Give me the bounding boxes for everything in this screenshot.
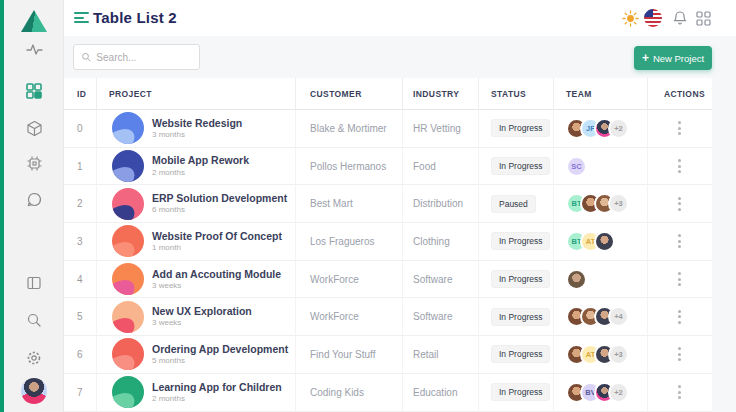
actions-cell (648, 336, 712, 374)
app-logo[interactable] (4, 8, 64, 34)
table-row[interactable]: 3 Website Proof Of Concept 1 month Los F… (64, 223, 712, 261)
notifications-button[interactable] (670, 8, 690, 28)
column-header-team: TEAM (554, 78, 648, 110)
status-cell: Paused (479, 185, 554, 223)
table-row[interactable]: 5 New UX Exploration 3 weeks WorkForce S… (64, 298, 712, 336)
row-actions-menu-icon[interactable] (675, 269, 684, 289)
customer-cell: Best Mart (296, 185, 403, 223)
project-duration: 1 month (152, 243, 282, 253)
team-avatar: SC (566, 156, 587, 177)
activity-icon (26, 41, 43, 58)
sidebar-item-chat[interactable] (4, 189, 64, 209)
team-more-badge: +2 (608, 382, 629, 403)
project-duration: 5 months (152, 356, 288, 366)
search-icon (26, 312, 42, 328)
cpu-icon (26, 155, 43, 172)
team-cell: BV+2 (554, 374, 648, 412)
row-actions-menu-icon[interactable] (675, 156, 684, 176)
table-row[interactable]: 6 Ordering App Development 5 months Find… (64, 336, 712, 374)
table-row[interactable]: 0 Website Redesign 3 months Blake & Mort… (64, 110, 712, 148)
actions-cell (648, 298, 712, 336)
actions-cell (648, 374, 712, 412)
project-icon-shape (112, 202, 137, 220)
new-project-button[interactable]: + New Project (634, 46, 712, 70)
project-cell: Website Redesign 3 months (97, 110, 296, 148)
apps-grid-icon (696, 11, 711, 26)
theme-toggle[interactable] (620, 8, 640, 28)
project-icon (112, 338, 144, 370)
industry-cell: Clothing (403, 223, 479, 261)
table-row[interactable]: 2 ERP Solution Development 6 months Best… (64, 185, 712, 223)
project-icon-shape (112, 164, 137, 182)
search-input[interactable] (96, 52, 192, 63)
team-more-badge: +2 (608, 118, 629, 139)
column-header-id: ID (64, 78, 97, 110)
row-actions-menu-icon[interactable] (675, 382, 684, 402)
team-avatar (594, 231, 615, 252)
apps-menu-button[interactable] (693, 8, 713, 28)
logo-triangle-icon (21, 10, 47, 32)
customer-cell: Coding Kids (296, 374, 403, 412)
project-icon-shape (112, 127, 137, 145)
project-duration: 3 months (152, 130, 242, 140)
team-more-badge: +3 (608, 344, 629, 365)
table-body: 0 Website Redesign 3 months Blake & Mort… (64, 110, 712, 412)
industry-cell: Distribution (403, 185, 479, 223)
row-actions-menu-icon[interactable] (675, 231, 684, 251)
language-selector[interactable] (643, 8, 663, 28)
actions-cell (648, 110, 712, 148)
project-cell: New UX Exploration 3 weeks (97, 298, 296, 336)
row-id: 0 (64, 110, 97, 148)
customer-cell: WorkForce (296, 298, 403, 336)
industry-cell: Food (403, 148, 479, 186)
row-actions-menu-icon[interactable] (675, 344, 684, 364)
menu-toggle-icon[interactable] (74, 12, 90, 24)
status-cell: In Progress (479, 336, 554, 374)
sidebar-item-settings[interactable] (4, 348, 64, 368)
table-row[interactable]: 4 Add an Accouting Module 3 weeks WorkFo… (64, 261, 712, 299)
project-icon (112, 112, 144, 144)
sidebar-item-dashboard[interactable] (4, 81, 64, 101)
status-badge: In Progress (491, 157, 550, 175)
column-header-industry: INDUSTRY (403, 78, 479, 110)
team-more-badge: +4 (608, 306, 629, 327)
project-icon (112, 301, 144, 333)
customer-cell: Pollos Hermanos (296, 148, 403, 186)
project-icon (112, 376, 144, 408)
row-id: 2 (64, 185, 97, 223)
project-duration: 2 months (152, 168, 249, 178)
user-avatar[interactable] (21, 378, 47, 404)
search-icon (81, 51, 91, 63)
row-actions-menu-icon[interactable] (675, 307, 684, 327)
team-cell: BT+3 (554, 185, 648, 223)
project-duration: 3 weeks (152, 281, 281, 291)
project-cell: ERP Solution Development 6 months (97, 185, 296, 223)
row-id: 3 (64, 223, 97, 261)
project-icon (112, 188, 144, 220)
status-cell: In Progress (479, 110, 554, 148)
sidebar-item-packages[interactable] (4, 118, 64, 138)
project-name: Website Redesign (152, 117, 242, 130)
status-cell: In Progress (479, 374, 554, 412)
column-header-status: STATUS (479, 78, 554, 110)
column-header-customer: CUSTOMER (296, 78, 403, 110)
row-actions-menu-icon[interactable] (675, 118, 684, 138)
project-duration: 2 months (152, 394, 282, 404)
sidebar-item-activity[interactable] (4, 39, 64, 59)
table-row[interactable]: 1 Mobile App Rework 2 months Pollos Herm… (64, 148, 712, 186)
project-icon-shape (112, 277, 137, 295)
actions-cell (648, 185, 712, 223)
row-id: 7 (64, 374, 97, 412)
sidebar-item-docs[interactable] (4, 273, 64, 293)
table-row[interactable]: 7 Learning App for Children 2 months Cod… (64, 374, 712, 412)
industry-cell: HR Vetting (403, 110, 479, 148)
sidebar-item-search[interactable] (4, 310, 64, 330)
settings-gear-icon (26, 350, 42, 366)
table-header: ID PROJECT CUSTOMER INDUSTRY STATUS TEAM… (64, 78, 712, 110)
row-actions-menu-icon[interactable] (675, 194, 684, 214)
row-id: 4 (64, 261, 97, 299)
status-badge: In Progress (491, 383, 550, 401)
sidebar-item-components[interactable] (4, 153, 64, 173)
project-icon-shape (112, 390, 137, 408)
customer-cell: Blake & Mortimer (296, 110, 403, 148)
